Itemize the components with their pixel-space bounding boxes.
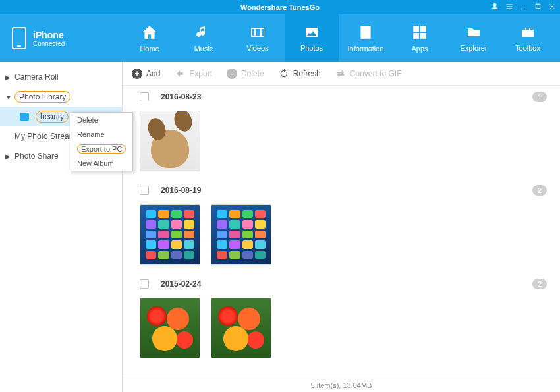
menu-rename[interactable]: Rename xyxy=(70,127,132,142)
group-count: 2 xyxy=(532,185,547,196)
sidebar-item-photo-library[interactable]: ▼ Photo Library xyxy=(0,87,122,107)
main: + Add Export – Delete Refresh Convert to… xyxy=(123,62,560,392)
refresh-button[interactable]: Refresh xyxy=(279,69,321,79)
phone-icon xyxy=(12,27,26,49)
window-controls xyxy=(491,0,556,14)
menu-label: Delete xyxy=(77,116,98,124)
nav-toolbox-label: Toolbox xyxy=(515,44,540,52)
nav-information-label: Information xyxy=(347,45,383,53)
statusbar: 5 item(s), 13.04MB xyxy=(123,378,560,392)
group-count: 2 xyxy=(532,279,547,289)
sidebar-label: Photo Share xyxy=(14,152,59,161)
group-date: 2016-08-19 xyxy=(161,186,201,195)
convert-gif-button[interactable]: Convert to GIF xyxy=(335,69,402,78)
thumbs-row xyxy=(130,202,547,273)
nav-music-label: Music xyxy=(194,45,213,53)
nav-videos-label: Videos xyxy=(246,44,268,52)
menu-new-album[interactable]: New Album xyxy=(70,156,132,171)
export-button[interactable]: Export xyxy=(175,69,212,78)
nav-toolbox[interactable]: Toolbox xyxy=(501,14,555,62)
export-icon xyxy=(175,69,185,78)
device-status: Connected xyxy=(33,40,65,47)
nav-photos[interactable]: Photos xyxy=(285,14,339,62)
information-icon xyxy=(357,24,374,41)
group-header: 2016-08-19 2 xyxy=(130,179,547,202)
chevron-down-icon: ▼ xyxy=(5,94,12,101)
toolbox-icon xyxy=(518,24,537,40)
group-date: 2016-08-23 xyxy=(161,92,201,101)
user-icon[interactable] xyxy=(491,3,499,13)
chevron-right-icon: ▶ xyxy=(5,74,12,81)
device-panel[interactable]: iPhone Connected xyxy=(0,14,123,62)
nav-videos[interactable]: Videos xyxy=(231,14,285,62)
group-count: 1 xyxy=(532,92,547,102)
nav-apps-label: Apps xyxy=(411,45,428,53)
app-title: Wondershare TunesGo xyxy=(240,3,320,11)
nav-music[interactable]: Music xyxy=(177,14,231,62)
home-icon xyxy=(140,24,159,41)
group-header: 2016-08-23 1 xyxy=(130,86,547,108)
nav-explorer[interactable]: Explorer xyxy=(447,14,501,62)
album-icon xyxy=(20,113,29,121)
chevron-right-icon: ▶ xyxy=(5,153,12,160)
menu-label-highlighted: Export to PC xyxy=(77,144,126,154)
group-checkbox[interactable] xyxy=(140,186,149,195)
toolbar: + Add Export – Delete Refresh Convert to… xyxy=(123,62,560,86)
minus-icon: – xyxy=(227,69,237,79)
menu-icon[interactable] xyxy=(505,3,513,13)
nav-items: Home Music Videos Photos Information App… xyxy=(123,14,560,62)
toolbar-label: Add xyxy=(146,69,160,78)
photo-thumb[interactable] xyxy=(211,204,271,265)
sidebar-label-highlighted: beauty xyxy=(36,111,69,123)
photos-icon xyxy=(302,24,321,40)
nav-photos-label: Photos xyxy=(300,44,323,52)
group-header: 2015-02-24 2 xyxy=(130,273,547,295)
refresh-icon xyxy=(279,69,289,79)
device-text: iPhone Connected xyxy=(33,30,65,47)
context-menu: Delete Rename Export to PC New Album xyxy=(70,112,133,171)
device-name: iPhone xyxy=(33,30,65,40)
thumbs-row xyxy=(130,108,547,179)
sidebar-item-camera-roll[interactable]: ▶ Camera Roll xyxy=(0,67,122,87)
menu-export-to-pc[interactable]: Export to PC xyxy=(70,142,132,156)
titlebar: Wondershare TunesGo xyxy=(0,0,560,14)
toolbar-label: Refresh xyxy=(293,69,321,78)
music-icon xyxy=(196,24,211,41)
group-checkbox[interactable] xyxy=(140,92,149,101)
add-button[interactable]: + Add xyxy=(132,69,160,79)
delete-button[interactable]: – Delete xyxy=(227,69,264,79)
sidebar-label: My Photo Stream xyxy=(14,132,76,141)
close-button[interactable] xyxy=(548,3,556,13)
group-date: 2015-02-24 xyxy=(161,279,201,289)
menu-delete[interactable]: Delete xyxy=(70,113,132,127)
status-text: 5 item(s), 13.04MB xyxy=(311,381,372,389)
sidebar-label-highlighted: Photo Library xyxy=(14,91,70,103)
menu-label: New Album xyxy=(77,159,114,167)
convert-icon xyxy=(335,69,346,78)
explorer-icon xyxy=(464,24,483,40)
toolbar-label: Delete xyxy=(241,69,264,78)
photo-thumb[interactable] xyxy=(211,298,271,358)
videos-icon xyxy=(248,24,267,40)
toolbar-label: Export xyxy=(189,69,212,78)
thumbs-row xyxy=(130,295,547,366)
nav-explorer-label: Explorer xyxy=(461,44,488,52)
nav-information[interactable]: Information xyxy=(339,14,393,62)
group-checkbox[interactable] xyxy=(140,279,149,289)
content: 2016-08-23 1 2016-08-19 2 2015-02-24 2 xyxy=(123,86,560,378)
apps-icon xyxy=(411,24,428,41)
nav-home[interactable]: Home xyxy=(123,14,177,62)
plus-icon: + xyxy=(132,69,142,79)
minimize-button[interactable] xyxy=(520,3,528,13)
photo-thumb[interactable] xyxy=(140,204,200,265)
top-nav: iPhone Connected Home Music Videos Photo… xyxy=(0,14,560,62)
nav-apps[interactable]: Apps xyxy=(393,14,447,62)
menu-label: Rename xyxy=(77,130,105,138)
nav-home-label: Home xyxy=(140,45,159,53)
sidebar-label: Camera Roll xyxy=(14,72,59,82)
toolbar-label: Convert to GIF xyxy=(350,69,402,78)
maximize-button[interactable] xyxy=(534,3,542,12)
photo-thumb[interactable] xyxy=(140,298,200,358)
photo-thumb[interactable] xyxy=(140,111,200,171)
